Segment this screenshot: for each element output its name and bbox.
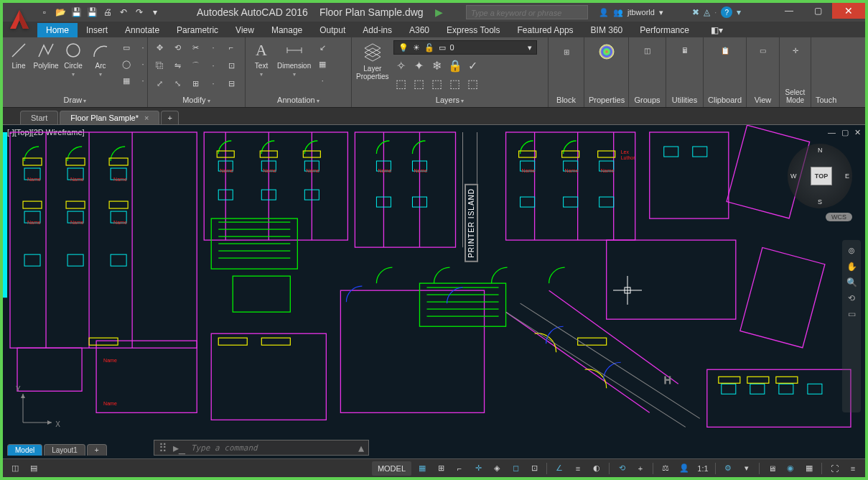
tab-manage[interactable]: Manage	[263, 23, 311, 37]
tab-bim360[interactable]: BIM 360	[582, 23, 632, 37]
panel-touch-title[interactable]: Touch	[816, 94, 836, 106]
monitor-icon[interactable]: 🖥	[764, 461, 780, 476]
panel-modify-title[interactable]: Modify	[152, 94, 241, 106]
dropdown-icon[interactable]: ▾	[659, 8, 663, 17]
tab-view[interactable]: View	[227, 23, 263, 37]
layout-model[interactable]: Model	[7, 444, 42, 456]
tab-home[interactable]: Home	[37, 23, 78, 37]
plot-icon[interactable]: 🖨	[101, 5, 115, 19]
panel-annotation-title[interactable]: Annotation	[250, 94, 347, 106]
osnap-icon[interactable]: ◻	[508, 461, 523, 476]
dimension-button[interactable]: Dimension▾	[277, 40, 311, 78]
clipboard-button[interactable]: 📋	[708, 40, 742, 60]
view-button[interactable]: ▭	[751, 40, 775, 60]
annomonitor-icon[interactable]: +	[633, 461, 648, 476]
arc-button[interactable]: Arc▾	[89, 40, 112, 78]
tab-a360[interactable]: A360	[401, 23, 438, 37]
panel-properties-title[interactable]: Properties	[589, 94, 624, 106]
3dosnap-icon[interactable]: ⊡	[526, 461, 542, 476]
vp-max-icon[interactable]: ▢	[841, 128, 849, 137]
panel-block-title[interactable]: Block	[553, 94, 579, 106]
panel-layers-title[interactable]: Layers	[356, 94, 543, 106]
cmd-history-icon[interactable]: ▴	[358, 441, 364, 455]
lineweight-icon[interactable]: ≡	[570, 461, 586, 476]
ellipse-icon[interactable]: ◯	[119, 57, 134, 71]
table-icon[interactable]: ▦	[315, 57, 330, 71]
hardware-icon[interactable]: ◉	[783, 461, 798, 476]
tab-current-file[interactable]: Floor Plan Sample*×	[60, 111, 159, 124]
layer-properties-button[interactable]: Layer Properties	[356, 40, 389, 80]
steering-wheel-icon[interactable]: ⊚	[848, 246, 855, 256]
panel-utilities-title[interactable]: Utilities	[671, 94, 699, 106]
tab-annotate[interactable]: Annotate	[116, 23, 168, 37]
ws-dropdown-icon[interactable]: ▾	[739, 461, 755, 476]
isolate-icon[interactable]: ▦	[801, 461, 817, 476]
close-tab-icon[interactable]: ×	[144, 114, 149, 122]
line-button[interactable]: Line	[7, 40, 30, 70]
rect-icon[interactable]: ▭	[119, 40, 134, 55]
qat-more-icon[interactable]: ▾	[148, 5, 162, 19]
ribbon-collapse-icon[interactable]: ◧▾	[702, 23, 732, 37]
panel-select-title[interactable]: Select Mode	[784, 87, 806, 106]
cycling-icon[interactable]: ⟲	[614, 461, 630, 476]
fillet-icon[interactable]: ⌒	[188, 58, 202, 73]
trim-icon[interactable]: ✂	[188, 40, 202, 55]
help-search-input[interactable]	[467, 6, 587, 19]
scale-icon[interactable]: ⤡	[170, 76, 185, 91]
layout-add[interactable]: +	[87, 444, 107, 456]
tab-start[interactable]: Start	[20, 111, 58, 124]
signin-area[interactable]: 👤 👥 jtbworld ▾	[599, 8, 663, 17]
exchange-icon[interactable]: ✖	[692, 7, 699, 17]
utilities-button[interactable]: 🖩	[671, 40, 699, 60]
redo-icon[interactable]: ↷	[132, 5, 146, 19]
tab-parametric[interactable]: Parametric	[168, 23, 227, 37]
panel-clipboard-title[interactable]: Clipboard	[708, 94, 742, 106]
move-icon[interactable]: ✥	[152, 40, 167, 55]
layout-quickview2-icon[interactable]: ▤	[26, 461, 42, 476]
panel-view-title[interactable]: View	[751, 94, 775, 106]
mirror-icon[interactable]: ⇋	[170, 58, 185, 73]
array-icon[interactable]: ⊞	[188, 76, 202, 91]
navigation-bar[interactable]: ⊚ ✋ 🔍 ⟲ ▭	[842, 240, 861, 412]
new-icon[interactable]: ▫	[37, 5, 52, 19]
command-input[interactable]	[191, 443, 353, 453]
maximize-button[interactable]: ▢	[803, 3, 832, 19]
tab-performance[interactable]: Performance	[631, 23, 698, 37]
leader-icon[interactable]: ↙	[315, 40, 330, 55]
minimize-button[interactable]: —	[775, 3, 803, 19]
vp-close-icon[interactable]: ✕	[854, 128, 861, 137]
selectmode-button[interactable]: ✛	[784, 40, 807, 60]
tab-insert[interactable]: Insert	[78, 23, 116, 37]
annotation-scale-icon[interactable]: ⚖	[658, 461, 673, 476]
annoscale-icon[interactable]: 👤	[676, 461, 692, 476]
ortho-icon[interactable]: ⌐	[452, 461, 467, 476]
groups-button[interactable]: ◫	[633, 40, 661, 60]
help-icon[interactable]: ?	[721, 6, 732, 18]
layout-layout1[interactable]: Layout1	[44, 444, 85, 456]
drawing-viewport[interactable]: [-][Top][2D Wireframe]	[3, 125, 865, 458]
tab-output[interactable]: Output	[311, 23, 354, 37]
hatch-icon[interactable]: ▦	[119, 73, 134, 88]
tab-featured[interactable]: Featured Apps	[509, 23, 582, 37]
open-icon[interactable]: 📂	[53, 5, 67, 19]
block-button[interactable]: ⊞	[553, 40, 579, 63]
tab-express[interactable]: Express Tools	[438, 23, 508, 37]
workspace-icon[interactable]: ⚙	[720, 461, 736, 476]
model-space-button[interactable]: MODEL	[372, 461, 411, 476]
grid-icon[interactable]: ▦	[414, 461, 430, 476]
close-button[interactable]: ✕	[832, 3, 865, 19]
stretch-icon[interactable]: ⤢	[152, 76, 167, 91]
panel-draw-title[interactable]: Draw	[7, 94, 143, 106]
rotate-icon[interactable]: ⟲	[170, 40, 185, 55]
customization-icon[interactable]: ≡	[845, 461, 861, 476]
undo-icon[interactable]: ↶	[116, 5, 131, 19]
properties-button[interactable]	[589, 40, 624, 63]
text-button[interactable]: AText▾	[250, 40, 273, 78]
cleanscreen-icon[interactable]: ⛶	[826, 461, 842, 476]
otrack-icon[interactable]: ∠	[551, 461, 567, 476]
iso-icon[interactable]: ◈	[489, 461, 505, 476]
showmotion-icon[interactable]: ▭	[848, 309, 856, 319]
help-search[interactable]	[466, 5, 588, 19]
circle-button[interactable]: Circle▾	[62, 40, 85, 78]
zoom-icon[interactable]: 🔍	[846, 277, 857, 287]
